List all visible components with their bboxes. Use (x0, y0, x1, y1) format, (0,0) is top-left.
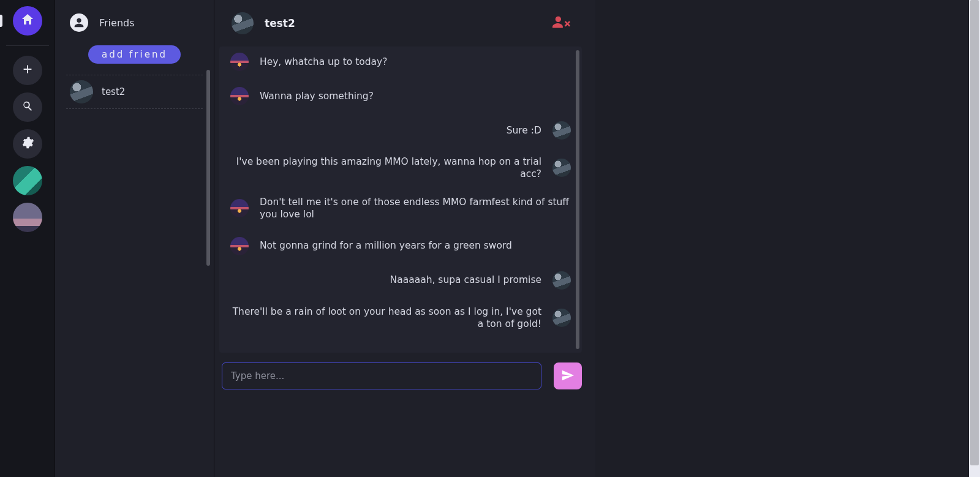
user-icon (70, 13, 88, 32)
user-remove-icon (552, 21, 571, 32)
chat-partner-name: test2 (265, 17, 295, 29)
message-avatar (230, 53, 249, 71)
message-avatar (552, 159, 571, 177)
message-avatar (230, 237, 249, 255)
send-button[interactable] (554, 362, 582, 389)
message-text: I've been playing this amazing MMO latel… (230, 156, 541, 180)
right-gutter (595, 0, 969, 477)
gear-icon (21, 136, 34, 152)
chat-partner-avatar (232, 12, 254, 34)
message-row: Not gonna grind for a million years for … (230, 237, 571, 255)
friend-list: test2 (66, 75, 203, 468)
message-row: I've been playing this amazing MMO latel… (230, 156, 571, 180)
friend-avatar (70, 80, 93, 103)
message-row: Sure :D (230, 121, 571, 140)
rail-separator (6, 45, 49, 46)
message-text: Hey, whatcha up to today? (260, 56, 387, 68)
message-text: Don't tell me it's one of those endless … (260, 196, 571, 220)
friends-title: Friends (99, 17, 135, 29)
add-server-button[interactable] (13, 56, 42, 85)
message-avatar (552, 121, 571, 140)
message-avatar (230, 199, 249, 217)
search-button[interactable] (13, 92, 42, 122)
message-text: Sure :D (507, 124, 541, 137)
message-row: Hey, whatcha up to today? (230, 53, 571, 71)
server-avatar-2[interactable] (13, 203, 42, 232)
plus-icon (21, 62, 34, 78)
message-row: There'll be a rain of loot on your head … (230, 306, 571, 330)
home-icon (20, 12, 35, 29)
home-button[interactable] (13, 6, 42, 36)
home-wrap (0, 6, 55, 36)
server-rail (0, 0, 55, 477)
chat-header: test2 (214, 0, 588, 47)
message-text: Naaaaah, supa casual I promise (390, 274, 541, 286)
message-avatar (552, 271, 571, 290)
friend-item[interactable]: test2 (66, 75, 203, 109)
search-icon (21, 99, 34, 115)
message-row: Naaaaah, supa casual I promise (230, 271, 571, 290)
message-avatar (552, 309, 571, 327)
messages-scroll[interactable]: Hey, whatcha up to today?Wanna play some… (219, 47, 582, 353)
message-text: Not gonna grind for a million years for … (260, 239, 512, 252)
remove-friend-button[interactable] (552, 14, 571, 32)
chat-panel: test2 Hey, whatcha up to today?Wanna pla… (214, 0, 595, 477)
page-scrollbar[interactable] (969, 0, 980, 477)
app-root: Friends add friend test2 test2 Hey, what… (0, 0, 980, 477)
message-avatar (230, 87, 249, 105)
message-row: Wanna play something? (230, 87, 571, 105)
friend-name: test2 (102, 86, 125, 97)
server-avatar-1[interactable] (13, 166, 42, 195)
friends-header: Friends (66, 9, 203, 40)
send-icon (561, 369, 575, 384)
messages-wrap: Hey, whatcha up to today?Wanna play some… (219, 47, 582, 353)
friends-panel: Friends add friend test2 (55, 0, 214, 477)
message-row: Don't tell me it's one of those endless … (230, 196, 571, 220)
message-text: There'll be a rain of loot on your head … (230, 306, 541, 330)
message-input[interactable] (222, 362, 541, 389)
add-friend-button[interactable]: add friend (88, 45, 181, 64)
settings-button[interactable] (13, 129, 42, 159)
composer (214, 353, 588, 389)
message-text: Wanna play something? (260, 90, 374, 102)
